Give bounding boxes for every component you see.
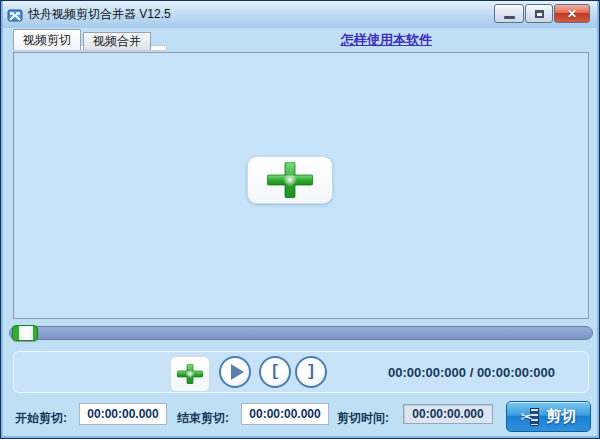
help-link[interactable]: 怎样使用本软件 <box>341 31 432 49</box>
end-cut-input[interactable] <box>241 403 329 425</box>
seek-slider-handle[interactable] <box>12 325 38 341</box>
app-icon <box>7 7 23 23</box>
bracket-close-icon: ] <box>306 364 316 380</box>
plus-icon <box>267 162 313 198</box>
tab-video-cut-label: 视频剪切 <box>23 32 71 49</box>
video-preview-area <box>13 52 589 319</box>
maximize-icon <box>535 10 544 18</box>
play-button[interactable] <box>219 356 251 388</box>
maximize-button[interactable] <box>525 4 553 23</box>
close-button[interactable]: ✕ <box>554 4 590 23</box>
tab-video-merge-label: 视频合并 <box>93 33 141 50</box>
add-file-button[interactable] <box>170 356 210 392</box>
minimize-icon <box>504 16 515 19</box>
minimize-button[interactable] <box>494 4 524 23</box>
mark-start-button[interactable]: [ <box>259 356 291 388</box>
close-icon: ✕ <box>567 7 577 21</box>
scissors-film-icon: ✂ <box>521 408 540 426</box>
play-icon <box>231 364 244 380</box>
bracket-open-icon: [ <box>270 364 280 380</box>
seek-slider[interactable] <box>9 326 593 340</box>
cut-duration-label: 剪切时间: <box>337 410 389 427</box>
cut-button[interactable]: ✂ 剪切 <box>506 401 591 432</box>
window-controls: ✕ <box>494 4 590 23</box>
tab-strip: 视频剪切 视频合并 <box>13 29 151 50</box>
tab-video-merge[interactable]: 视频合并 <box>83 32 151 50</box>
cut-button-label: 剪切 <box>546 407 576 426</box>
tab-video-cut[interactable]: 视频剪切 <box>13 29 81 50</box>
plus-icon <box>177 364 203 384</box>
start-cut-label: 开始剪切: <box>15 410 67 427</box>
window-title: 快舟视频剪切合并器 V12.5 <box>28 6 171 23</box>
end-cut-label: 结束剪切: <box>177 410 229 427</box>
mark-end-button[interactable]: ] <box>295 356 327 388</box>
cut-duration-field: 00:00:00.000 <box>403 404 493 424</box>
time-display: 00:00:00:000 / 00:00:00:000 <box>388 352 555 392</box>
add-video-button[interactable] <box>247 156 333 204</box>
app-window: 快舟视频剪切合并器 V12.5 ✕ 视频剪切 视频合并 怎样使用本软件 <box>0 0 600 439</box>
scissors-icon: ✂ <box>521 408 534 426</box>
playback-panel: [ ] 00:00:00:000 / 00:00:00:000 <box>13 351 589 393</box>
start-cut-input[interactable] <box>79 403 167 425</box>
